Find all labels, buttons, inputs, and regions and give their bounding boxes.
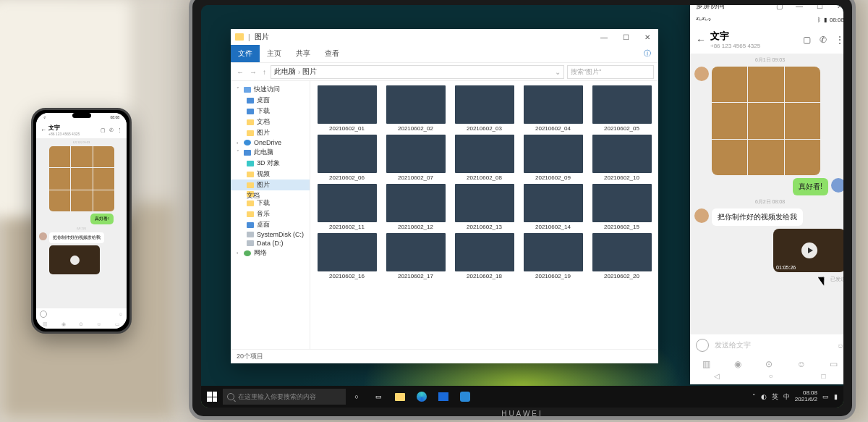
addscreen-icon[interactable]: ▢: [769, 5, 789, 14]
taskbar-search[interactable]: 在这里输入你要搜索的内容: [223, 389, 346, 405]
file-thumb[interactable]: 20210602_03: [452, 85, 516, 132]
cortana-icon[interactable]: ○: [346, 386, 367, 408]
tree-pictures-selected[interactable]: 图片: [231, 180, 310, 190]
chat-body[interactable]: 6月1日 09:03 真好看! 6月2日 08:08: [690, 54, 843, 334]
minimize-icon[interactable]: —: [789, 5, 809, 14]
tree-downloads-2[interactable]: 下载: [231, 198, 310, 208]
emoji-icon[interactable]: ☺: [797, 359, 806, 369]
more-icon[interactable]: ⋮: [117, 127, 122, 133]
breadcrumb[interactable]: 此电脑› 图片 ⌄: [271, 65, 564, 79]
emoji-icon[interactable]: ☺: [837, 342, 843, 350]
avatar[interactable]: [694, 208, 709, 223]
tree-desktop[interactable]: 桌面: [231, 95, 310, 106]
tree-systemdisk[interactable]: SystemDisk (C:): [231, 230, 310, 239]
location-icon[interactable]: ⊙: [765, 359, 773, 369]
tree-data[interactable]: Data (D:): [231, 239, 310, 248]
tray-language[interactable]: 中: [783, 392, 790, 402]
folder-icon[interactable]: ▭: [830, 359, 838, 369]
nav-forward-icon[interactable]: →: [248, 68, 258, 76]
nav-back-icon[interactable]: ←: [235, 68, 245, 76]
folder-icon[interactable]: ▭: [115, 321, 120, 327]
edge-icon[interactable]: [411, 386, 433, 408]
explorer-tree[interactable]: ˅快速访问 桌面 下载 文档 图片 ›OneDrive ˅此电脑 3D 对象 视…: [231, 81, 310, 349]
tree-documents[interactable]: 文档: [231, 117, 310, 127]
file-thumb[interactable]: 20210602_16: [315, 233, 379, 279]
taskbar-clock[interactable]: 08:08 2021/6/2: [795, 390, 817, 403]
file-thumb[interactable]: 20210602_01: [315, 85, 379, 132]
tree-network[interactable]: ›网络: [231, 248, 310, 258]
tree-downloads[interactable]: 下载: [231, 106, 310, 117]
avatar-self[interactable]: [831, 178, 843, 193]
camera-icon[interactable]: ◉: [734, 359, 741, 369]
chat-input-field[interactable]: 发送给文宇: [715, 340, 831, 350]
file-thumb[interactable]: 20210602_07: [383, 135, 448, 181]
file-thumb[interactable]: 20210602_15: [590, 184, 654, 230]
chevron-down-icon[interactable]: ⌄: [555, 68, 561, 76]
file-thumb[interactable]: 20210602_19: [521, 233, 585, 279]
phone-photo-grid[interactable]: [49, 146, 114, 211]
voice-icon[interactable]: [40, 311, 47, 318]
help-icon[interactable]: ⓘ: [637, 48, 658, 59]
gallery-icon[interactable]: ▥: [43, 321, 48, 327]
breadcrumb-pictures[interactable]: 图片: [302, 67, 317, 77]
tree-videos[interactable]: 视频: [231, 169, 310, 180]
back-icon[interactable]: ←: [41, 127, 46, 133]
breadcrumb-thispc[interactable]: 此电脑: [274, 67, 296, 77]
file-thumb[interactable]: 20210602_20: [590, 233, 654, 279]
call-icon[interactable]: ✆: [820, 35, 827, 45]
video-message[interactable]: 01:05:26: [773, 229, 843, 272]
camera-icon[interactable]: ◉: [61, 321, 66, 327]
video-call-icon[interactable]: ▢: [101, 127, 106, 133]
explorer-icon[interactable]: [389, 386, 411, 408]
file-thumb[interactable]: 20210602_18: [452, 233, 516, 279]
file-thumb[interactable]: 20210602_05: [590, 85, 654, 132]
tree-documents-2[interactable]: 文档: [231, 190, 310, 198]
file-thumb[interactable]: 20210602_12: [383, 184, 448, 230]
emoji-icon[interactable]: ☺: [119, 312, 123, 316]
file-thumb[interactable]: 20210602_14: [521, 184, 585, 230]
ribbon-view-tab[interactable]: 查看: [318, 45, 346, 62]
tree-thispc[interactable]: ˅此电脑: [231, 147, 310, 158]
battery-icon[interactable]: ▮: [834, 393, 838, 400]
explorer-file-grid[interactable]: 20210602_01 20210602_02 20210602_03 2021…: [310, 81, 658, 349]
nav-recents-icon[interactable]: □: [821, 372, 825, 380]
ribbon-share-tab[interactable]: 共享: [289, 45, 318, 62]
video-call-icon[interactable]: ▢: [803, 35, 811, 45]
file-thumb[interactable]: 20210602_09: [521, 135, 585, 181]
back-icon[interactable]: ←: [696, 34, 706, 46]
tree-desktop-2[interactable]: 桌面: [231, 219, 310, 230]
store-icon[interactable]: [433, 386, 454, 408]
tray-app-icon[interactable]: ◐: [761, 393, 767, 400]
notification-icon[interactable]: ▭: [822, 393, 829, 400]
file-thumb[interactable]: 20210602_02: [383, 85, 448, 132]
voice-icon[interactable]: [696, 339, 709, 352]
close-icon[interactable]: ✕: [830, 5, 843, 14]
nav-up-icon[interactable]: ↑: [261, 68, 268, 76]
explorer-search[interactable]: 搜索"图片": [567, 65, 654, 79]
nav-home-icon[interactable]: ○: [768, 372, 773, 380]
explorer-titlebar[interactable]: | 图片 — ☐ ✕: [231, 29, 658, 45]
tray-chevron-icon[interactable]: ˄: [752, 393, 756, 400]
avatar[interactable]: [694, 67, 709, 81]
nav-back-icon[interactable]: ◁: [714, 372, 720, 380]
photo-grid-message[interactable]: [712, 67, 820, 175]
collab-titlebar[interactable]: 多屏协同 ▢ — ☐ ✕: [690, 5, 843, 14]
tree-quick-access[interactable]: ˅快速访问: [231, 84, 310, 95]
tree-pictures[interactable]: 图片: [231, 127, 310, 138]
file-thumb[interactable]: 20210602_06: [315, 135, 379, 181]
minimize-icon[interactable]: —: [593, 29, 615, 45]
file-thumb[interactable]: 20210602_10: [590, 135, 654, 181]
more-icon[interactable]: ⋮: [835, 35, 843, 45]
tree-3dobjects[interactable]: 3D 对象: [231, 158, 310, 169]
tray-ime-mode[interactable]: 英: [772, 392, 778, 402]
file-explorer-window[interactable]: | 图片 — ☐ ✕ 文件 主页 共享 查看 ⓘ ← → ↑ 此电: [231, 29, 658, 363]
ribbon-file-tab[interactable]: 文件: [231, 45, 260, 62]
file-thumb[interactable]: 20210602_13: [452, 184, 516, 230]
start-button[interactable]: [201, 392, 223, 402]
maximize-icon[interactable]: ☐: [809, 5, 830, 14]
file-thumb[interactable]: 20210602_04: [521, 85, 585, 132]
emoji-icon[interactable]: ☺: [96, 321, 101, 327]
file-thumb[interactable]: 20210602_08: [452, 135, 516, 181]
file-thumb[interactable]: 20210602_11: [315, 184, 379, 230]
ribbon-home-tab[interactable]: 主页: [260, 45, 289, 62]
